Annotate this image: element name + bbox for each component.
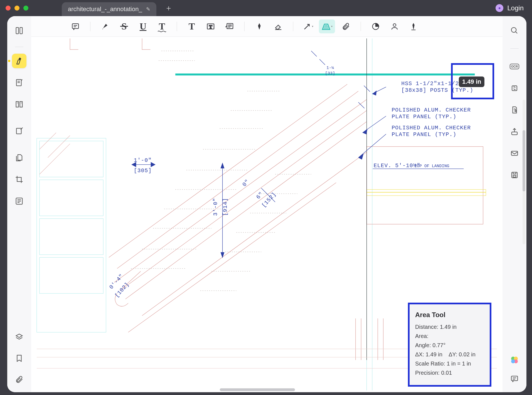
new-tab-button[interactable]: ＋ — [165, 3, 173, 13]
svg-text:1-¼: 1-¼ — [326, 66, 334, 70]
svg-text:[305]: [305] — [134, 167, 152, 174]
ocr-button[interactable]: OCR — [507, 59, 522, 74]
sign-tool[interactable] — [405, 19, 422, 33]
annotation-checker-2: POLISHED ALUM. CHECKER — [391, 125, 471, 131]
svg-rect-45 — [367, 147, 483, 224]
svg-line-84 — [319, 59, 325, 65]
svg-rect-11 — [72, 24, 79, 29]
thumbnails-panel-button[interactable] — [12, 23, 26, 38]
right-rail: OCR — [503, 16, 526, 392]
minimize-window-button[interactable] — [14, 6, 19, 11]
close-window-button[interactable] — [6, 6, 11, 11]
text-box-tool[interactable]: T — [203, 19, 219, 33]
notes-panel-button[interactable] — [12, 75, 26, 90]
svg-text:[914]: [914] — [222, 198, 228, 216]
svg-rect-31 — [40, 219, 103, 255]
content: S U T T T ▾ ▾ — [31, 16, 503, 392]
svg-rect-28 — [37, 138, 106, 332]
svg-line-108 — [516, 32, 517, 33]
annotation-checker-1: POLISHED ALUM. CHECKER — [391, 107, 471, 113]
email-button[interactable] — [507, 146, 522, 161]
svg-line-85 — [364, 86, 370, 92]
arrow-shape-tool[interactable]: ▾ — [300, 19, 316, 33]
search-button[interactable] — [507, 23, 522, 38]
edit-tab-name-icon[interactable]: ✎ — [146, 6, 150, 12]
share-button[interactable] — [507, 124, 522, 139]
ink-pen-tool[interactable] — [251, 19, 267, 33]
redact-panel-button[interactable] — [12, 194, 26, 208]
svg-point-107 — [511, 28, 516, 33]
svg-text:PLATE PANEL (TYP.): PLATE PANEL (TYP.) — [391, 131, 456, 138]
svg-rect-5 — [16, 102, 19, 107]
sticky-note-tool[interactable] — [67, 19, 83, 33]
dim-1ft: 1'-0" — [134, 157, 152, 164]
compare-panel-button[interactable] — [12, 97, 26, 112]
svg-rect-29 — [40, 141, 103, 177]
svg-rect-0 — [16, 28, 19, 34]
attachment-tool[interactable] — [338, 19, 354, 33]
area-tool-heading: Area Tool — [415, 311, 484, 319]
svg-text:[33]: [33] — [325, 71, 335, 76]
svg-rect-32 — [40, 257, 103, 293]
document-canvas[interactable]: HSS 1-1/2"x1-1/2" [38x38] POSTS (TYP.) P… — [31, 37, 503, 392]
dim-6in: 6" — [255, 191, 264, 201]
underline-tool[interactable]: U — [135, 19, 151, 33]
svg-text:0": 0" — [241, 178, 251, 188]
save-button[interactable] — [507, 168, 522, 182]
stamp-tool[interactable] — [368, 19, 384, 33]
left-rail — [7, 16, 31, 392]
fill-sign-panel-button[interactable] — [12, 124, 26, 138]
attachments-button[interactable] — [12, 372, 26, 387]
svg-rect-119 — [511, 376, 518, 381]
svg-rect-109 — [512, 86, 517, 91]
svg-point-26 — [393, 24, 396, 26]
svg-line-43 — [142, 152, 367, 316]
bookmarks-button[interactable] — [12, 351, 26, 366]
svg-point-118 — [511, 359, 515, 363]
chevron-down-icon: ▾ — [331, 25, 332, 28]
title-bar: architectural_-_annotation_ ✎ ＋ ● Login — [0, 0, 532, 16]
crop-panel-button[interactable] — [12, 172, 26, 187]
strikethrough-tool[interactable]: S — [116, 19, 132, 33]
signature-request-tool[interactable] — [386, 19, 403, 33]
svg-rect-1 — [20, 28, 23, 34]
area-tool-precision: Precision: 0.01 — [415, 370, 484, 376]
svg-line-44 — [128, 182, 336, 332]
login-label: Login — [507, 4, 524, 12]
svg-rect-111 — [512, 132, 517, 135]
security-button[interactable] — [507, 103, 522, 117]
svg-rect-114 — [513, 175, 516, 177]
svg-text:PLATE PANEL (TYP.): PLATE PANEL (TYP.) — [391, 113, 456, 120]
svg-line-83 — [311, 51, 317, 56]
pages-panel-button[interactable] — [12, 150, 26, 165]
squiggly-tool[interactable]: T — [154, 19, 170, 33]
svg-marker-78 — [221, 253, 224, 258]
rotate-sync-button[interactable] — [507, 81, 522, 95]
comments-button[interactable] — [507, 372, 522, 386]
maximize-window-button[interactable] — [23, 6, 28, 11]
horizontal-scrollbar[interactable] — [220, 388, 295, 391]
callout-tool[interactable] — [221, 19, 238, 33]
eraser-tool[interactable] — [270, 19, 286, 33]
area-tool-distance: Distance: 1.49 in — [415, 324, 484, 330]
annotations-panel-button[interactable] — [12, 54, 26, 68]
svg-line-37 — [40, 144, 70, 174]
login-button[interactable]: ● Login — [496, 4, 524, 12]
measure-area-tool[interactable]: ▾ — [319, 19, 335, 33]
free-text-tool[interactable]: T — [184, 19, 200, 33]
svg-line-41 — [117, 91, 358, 269]
svg-marker-77 — [221, 163, 224, 168]
vertical-scrollbar[interactable] — [523, 100, 525, 244]
highlight-tool[interactable] — [97, 19, 113, 33]
document-tab[interactable]: architectural_-_annotation_ ✎ — [62, 2, 156, 16]
svg-line-39 — [120, 110, 367, 291]
layers-button[interactable] — [12, 330, 26, 344]
measurement-value-badge: 1.49 in — [459, 76, 484, 87]
area-tool-panel: Area Tool Distance: 1.49 in Area: Angle:… — [408, 303, 491, 387]
svg-line-21 — [304, 24, 309, 29]
svg-line-38 — [114, 99, 367, 282]
area-tool-area: Area: — [415, 333, 484, 339]
svg-text:T: T — [209, 24, 212, 29]
app-body: S U T T T ▾ ▾ — [7, 16, 526, 392]
chevron-down-icon: ▾ — [312, 25, 313, 28]
